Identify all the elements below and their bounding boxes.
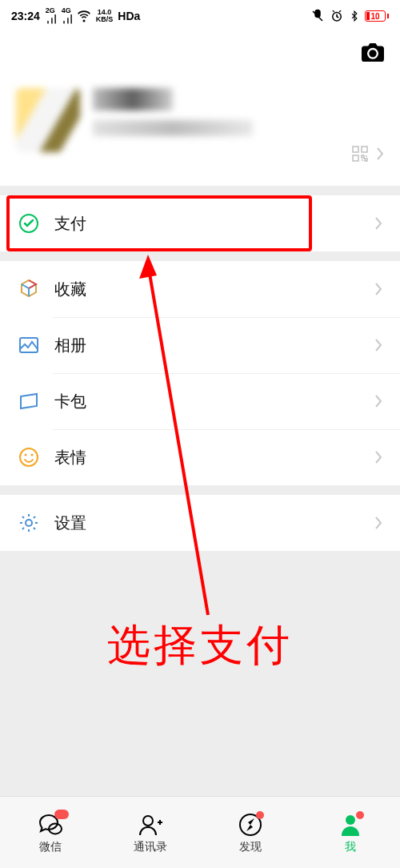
bluetooth-icon	[349, 9, 360, 23]
status-time: 23:24	[11, 10, 40, 22]
status-right: 10	[310, 9, 389, 23]
menu-label: 表情	[54, 447, 86, 468]
chevron-icon	[374, 216, 382, 231]
menu-cards[interactable]: 卡包	[0, 373, 400, 429]
menu-label: 收藏	[54, 279, 86, 300]
profile-name	[93, 88, 173, 111]
status-net-4g: 4G	[61, 7, 72, 26]
status-bar: 23:24 2G 4G 14.0KB/S HDa 10	[0, 0, 400, 32]
chevron-icon	[376, 147, 384, 161]
discover-icon	[237, 811, 264, 838]
battery-icon: 10	[365, 10, 389, 22]
menu-label: 卡包	[54, 391, 86, 412]
svg-point-8	[31, 454, 34, 456]
camera-icon[interactable]	[362, 43, 384, 62]
favorites-icon	[18, 278, 40, 300]
svg-rect-2	[362, 147, 367, 152]
tab-label: 微信	[39, 840, 62, 854]
me-icon	[337, 811, 364, 838]
chevron-icon	[374, 338, 382, 352]
tab-contacts[interactable]: 通讯录	[100, 797, 200, 868]
menu-sticker[interactable]: 表情	[0, 429, 400, 485]
tab-me[interactable]: 我	[300, 797, 400, 868]
tab-label: 发现	[239, 840, 262, 854]
qr-icon[interactable]	[352, 146, 368, 162]
menu-label: 设置	[54, 512, 86, 534]
profile-card[interactable]	[0, 74, 400, 186]
tab-label: 我	[345, 840, 356, 854]
svg-point-15	[346, 815, 355, 825]
pay-icon	[18, 212, 40, 235]
badge-dot	[256, 811, 264, 819]
menu-favorites[interactable]: 收藏	[0, 261, 400, 317]
annotation-text: 选择支付	[0, 617, 400, 675]
alarm-icon	[330, 9, 344, 23]
mute-icon	[310, 9, 325, 23]
chevron-icon	[374, 450, 382, 464]
menu-pay[interactable]: 支付	[0, 195, 400, 251]
svg-point-13	[143, 816, 153, 826]
profile-id	[93, 120, 253, 136]
cards-icon	[18, 390, 40, 412]
tab-chat[interactable]: 微信	[0, 797, 100, 868]
svg-rect-1	[353, 147, 358, 152]
menu-label: 相册	[54, 335, 86, 356]
chevron-icon	[374, 282, 382, 296]
badge-dot	[356, 811, 364, 819]
status-net-2g: 2G	[45, 7, 56, 26]
menu-settings[interactable]: 设置	[0, 495, 400, 551]
badge	[54, 810, 69, 819]
menu-album[interactable]: 相册	[0, 317, 400, 373]
status-hd: HDa	[118, 10, 140, 22]
album-icon	[18, 334, 40, 356]
profile-text	[93, 88, 384, 136]
wifi-icon	[77, 9, 91, 23]
status-left: 23:24 2G 4G 14.0KB/S HDa	[11, 7, 140, 26]
tab-bar: 微信 通讯录 发现 我	[0, 796, 400, 868]
chat-icon	[37, 811, 64, 838]
tab-label: 通讯录	[134, 840, 167, 854]
contacts-icon	[137, 811, 164, 838]
chevron-icon	[374, 394, 382, 408]
header	[0, 32, 400, 74]
status-speed: 14.0KB/S	[96, 9, 114, 23]
svg-point-9	[26, 520, 32, 526]
annotation-highlight	[6, 195, 312, 251]
svg-point-7	[25, 454, 27, 456]
menu-label: 支付	[54, 213, 86, 235]
svg-point-6	[20, 448, 38, 466]
avatar	[16, 88, 80, 152]
tab-discover[interactable]: 发现	[200, 797, 300, 868]
chevron-icon	[374, 516, 382, 530]
svg-rect-3	[353, 155, 358, 161]
sticker-icon	[18, 446, 40, 468]
settings-icon	[18, 512, 40, 534]
